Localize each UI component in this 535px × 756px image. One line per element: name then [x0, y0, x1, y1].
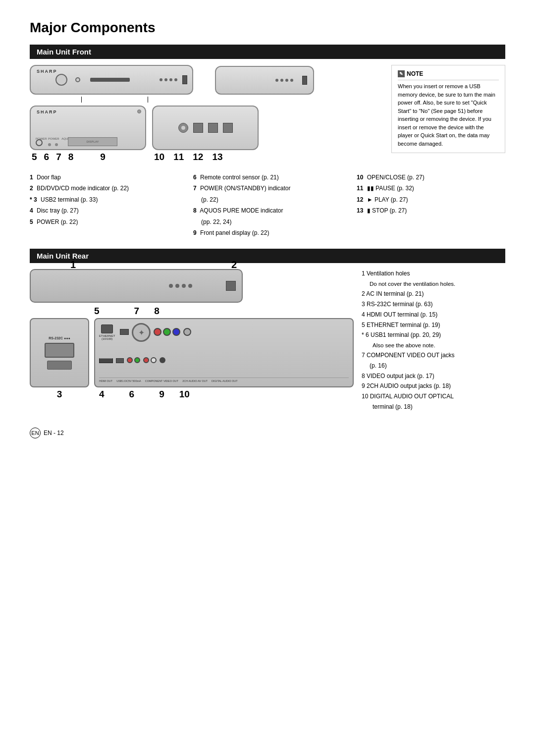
component-out-area: [154, 328, 180, 337]
note-text: When you insert or remove a USB memory d…: [398, 82, 499, 148]
num-3-rear: 3: [30, 389, 89, 400]
rear-ports-unit: ETHERNET(10/100) ✦: [94, 318, 354, 387]
sharp-logo-top: SHARP: [37, 69, 57, 74]
num-5: 5: [32, 152, 37, 162]
ethernet-port: [101, 324, 113, 333]
page-number-circle: EN: [30, 428, 41, 438]
num-6-rear: 6: [129, 389, 135, 400]
device-top-view-left: SHARP 1 2: [30, 65, 193, 95]
num-9: 9: [100, 152, 106, 162]
ethernet-port-area: ETHERNET(10/100): [99, 324, 115, 341]
page-number-text: EN - 12: [44, 430, 64, 436]
device-top-view-right: 3 4: [215, 66, 314, 95]
rs232c-connector: [45, 343, 74, 358]
rear-detail-row: RS-232C ●●● ETHERNET(10/100): [30, 318, 354, 387]
audio-out-area: [143, 357, 157, 364]
front-section: Main Unit Front SHARP: [30, 45, 505, 239]
rear-diagrams: 1 2 5 7 8 RS-232C ●●●: [30, 269, 354, 400]
front-diagrams: SHARP 1 2: [30, 65, 380, 167]
label-digital: DIGITAL AUDIO OUT: [212, 379, 238, 382]
num-12: 12: [193, 152, 203, 162]
optical-out-area: [160, 357, 165, 364]
rear-section: Main Unit Rear 1: [30, 249, 505, 413]
num-7-rear: 7: [134, 306, 140, 317]
front-section-header: Main Unit Front: [30, 45, 505, 59]
component-video-ports: [154, 328, 180, 336]
num-6: 6: [44, 152, 50, 162]
label-hdmi: HDMI OUT: [99, 379, 112, 382]
audio-out-ports: [143, 357, 157, 363]
usb1-lower-port: [116, 358, 124, 363]
num-10: 10: [154, 152, 164, 162]
label-usb: USB1 DC5V 500mA: [116, 379, 141, 382]
num-8: 8: [68, 152, 74, 162]
optical-port: [160, 357, 165, 363]
rear-parts-list: 1 Ventilation holes Do not cover the ven…: [362, 269, 505, 413]
video-out-port: [183, 328, 191, 336]
num-11: 11: [173, 152, 184, 162]
usb1-port-area: [120, 329, 129, 336]
num-4-rear: 4: [99, 389, 105, 400]
note-title: ✎ NOTE: [398, 70, 499, 77]
usb1-port: [120, 329, 129, 335]
num-10-rear: 10: [179, 389, 190, 400]
front-parts-list: 1 Door flap 2 BD/DVD/CD mode indicator (…: [30, 172, 505, 239]
usb1-lower-area: [116, 358, 124, 364]
note-box: ✎ NOTE When you insert or remove a USB m…: [391, 65, 505, 153]
num-13: 13: [212, 152, 222, 162]
component-lower-area: [127, 357, 140, 364]
label-comp: COMPONENT VIDEO OUT: [145, 379, 178, 382]
page-footer: EN EN - 12: [30, 428, 505, 438]
front-panel-left: SHARP POWER POWER AQUOS PURE MODE DISPLA…: [30, 106, 146, 162]
cooling-fan: ✦: [132, 323, 151, 342]
num-7: 7: [56, 152, 61, 162]
video-out-area: [183, 328, 191, 337]
note-icon: ✎: [398, 70, 405, 77]
num-5-rear: 5: [94, 306, 100, 317]
page-title: Major Components: [30, 20, 505, 36]
rear-section-header: Main Unit Rear: [30, 249, 505, 263]
num-8-rear: 8: [154, 306, 160, 317]
num-9-rear: 9: [159, 389, 164, 400]
sharp-logo-front: SHARP: [37, 109, 57, 114]
hdmi-out-area: [99, 356, 113, 364]
front-panel-right: 10 11 12 13: [152, 106, 259, 162]
hdmi-port: [99, 356, 113, 363]
device-rear-top: 1 2: [30, 269, 243, 303]
label-audio: 2CH AUDIO AV OUT: [182, 379, 208, 382]
rs232c-unit: RS-232C ●●●: [30, 318, 89, 387]
component-lower-ports: [127, 357, 140, 363]
